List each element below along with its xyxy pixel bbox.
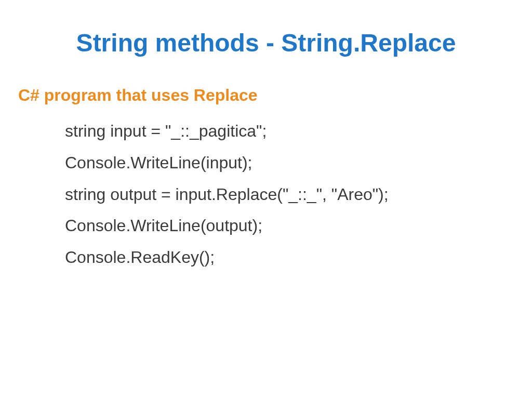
slide-subtitle: C# program that uses Replace	[18, 86, 511, 105]
slide: String methods - String.Replace C# progr…	[0, 0, 532, 399]
code-line: Console.ReadKey();	[65, 242, 511, 273]
code-line: string output = input.Replace("_::_", "A…	[65, 179, 511, 210]
code-line: Console.WriteLine(input);	[65, 147, 511, 179]
code-line: string input = "_::_pagitica";	[65, 115, 511, 147]
code-block: string input = "_::_pagitica"; Console.W…	[21, 115, 511, 273]
code-line: Console.WriteLine(output);	[65, 210, 511, 242]
slide-title: String methods - String.Replace	[21, 29, 511, 57]
